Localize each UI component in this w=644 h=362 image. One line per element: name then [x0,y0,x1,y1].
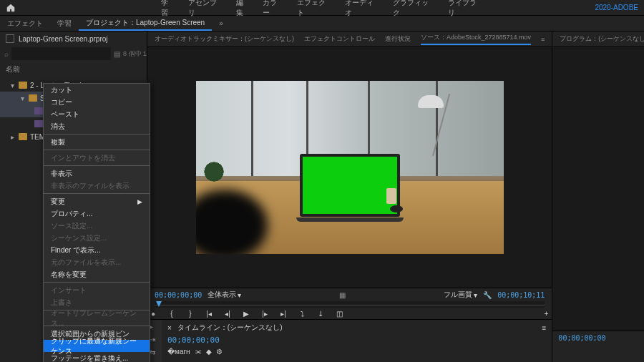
video-preview [196,81,504,254]
source-time-ruler[interactable] [155,301,545,308]
disclosure-triangle-icon[interactable]: ▾ [19,94,26,102]
app-topbar: 学習 アセンブリ 編集 カラー エフェクト オーディオ グラフィック ライブラリ… [0,0,644,16]
overwrite-button[interactable]: ⤓ [315,308,326,319]
folder-icon [19,133,27,140]
search-icon: ⌕ [4,50,9,58]
ws-color[interactable]: カラー [263,0,283,18]
tab-audio-mixer[interactable]: オーディオトラックミキサー：(シーケンスなし) [155,34,294,44]
ws-library[interactable]: ライブラリ [448,0,483,18]
tab-effect-controls[interactable]: エフェクトコントロール [304,34,375,44]
panel-tab-bar: エフェクト 学習 プロジェクト：Laptop-Green Screen » [0,16,644,31]
project-filename-row: Laptop-Green Screen.prproj [0,31,147,46]
tab-program[interactable]: プログラム：(シーケンスなし) [560,34,644,44]
mark-in-button[interactable]: { [166,308,177,319]
context-menu-item[interactable]: 複製 [44,136,150,148]
program-monitor-viewport[interactable] [552,47,644,331]
folder-icon [19,82,27,89]
ws-effects[interactable]: エフェクト [297,0,332,18]
source-monitor-viewport[interactable] [147,47,552,288]
step-back-button[interactable]: ◂| [222,308,233,319]
go-to-in-button[interactable]: |◂ [203,308,215,319]
context-menu-item: 元のファイルを表示... [44,256,150,268]
clip-icon [34,120,43,127]
settings-grid-icon[interactable]: ▦ [339,291,346,299]
context-menu-item[interactable]: 名称を変更 [44,268,150,280]
context-menu-item[interactable]: ペースト [44,108,150,120]
ws-edit[interactable]: 編集 [236,0,250,18]
source-monitor-panel: オーディオトラックミキサー：(シーケンスなし) エフェクトコントロール 進行状況… [147,31,552,362]
settings-icon[interactable]: ⚙ [216,348,223,356]
selection-tool-icon[interactable]: ▸ [150,323,160,333]
project-icon [6,34,14,43]
program-transport: 00;00;00;00 [552,331,644,362]
fit-dropdown[interactable]: 全体表示 ▾ [208,290,241,300]
context-menu-item: シーケンス設定... [44,232,150,244]
context-menu-item: インサート [44,284,150,296]
project-search-input[interactable] [11,47,111,60]
filter-icon[interactable]: ▤ [114,50,120,58]
project-filename: Laptop-Green Screen.prproj [19,35,108,43]
timeline-title: タイムライン：(シーケンスなし) [177,323,283,333]
context-menu-item[interactable]: Finder で表示... [44,244,150,256]
step-forward-button[interactable]: |▸ [259,308,270,319]
timeline-close-icon[interactable]: × [167,324,172,332]
context-menu-item: 上書き [44,296,150,308]
timeline-timecode[interactable]: 00;00;00;00 [167,336,546,345]
chevron-down-icon: ▾ [474,291,477,299]
context-menu-item[interactable]: 消去 [44,120,150,132]
context-menu-item[interactable]: 変更▶ [44,195,150,207]
play-button[interactable]: ▶ [240,308,252,319]
source-transport: 00;00;00;00 全体表示 ▾ ▦ フル画質 ▾ 🔧 00;00;10;1… [147,288,552,319]
source-panel-tabs: オーディオトラックミキサー：(シーケンスなし) エフェクトコントロール 進行状況… [147,31,552,47]
disclosure-triangle-icon[interactable]: ▸ [9,133,16,140]
context-menu-item: ソース設定... [44,220,150,232]
tab-learn[interactable]: 学習 [50,16,79,31]
export-frame-button[interactable]: ◫ [333,308,345,319]
button-editor-icon[interactable]: + [540,308,552,319]
insert-button[interactable]: ⤵ [296,308,308,319]
context-menu-item[interactable]: コピー [44,96,150,108]
mark-out-button[interactable]: } [185,308,196,319]
home-icon[interactable] [6,3,16,13]
ws-assembly[interactable]: アセンブリ [188,0,223,18]
ws-audio[interactable]: オーディオ [345,0,380,18]
cloud-sync-label[interactable]: 2020-ADOBE [595,4,638,11]
panel-menu-icon[interactable]: ≡ [542,324,547,332]
context-menu-item: インとアウトを消去 [44,152,150,164]
clip-context-menu: カットコピーペースト消去複製インとアウトを消去非表示非表示のファイルを表示変更▶… [43,83,150,362]
context-menu-item: オートリフレームシーケンス... [44,312,150,324]
context-menu-item[interactable]: カット [44,84,150,96]
tab-source[interactable]: ソース：AdobeStock_272885714.mov [421,33,531,45]
go-to-out-button[interactable]: ▸| [278,308,289,319]
tab-project[interactable]: プロジェクト：Laptop-Green Screen [79,16,212,31]
clip-icon [34,107,43,114]
source-out-timecode[interactable]: 00;00;10;11 [497,291,545,299]
marker-icon[interactable]: ◆ [206,348,212,356]
ripple-tool-icon[interactable]: ⇆ [150,348,160,358]
snap-icon[interactable]: �магн [167,348,190,356]
timeline-panel: ▸ ⇥ ⇆ × タイムライン：(シーケンスなし) ≡ 00;00;00;00 �… [147,319,552,362]
program-timecode[interactable]: 00;00;00;00 [558,334,605,342]
submenu-arrow-icon: ▶ [137,198,142,205]
context-menu-item: 非表示のファイルを表示 [44,180,150,192]
ws-learn[interactable]: 学習 [161,0,175,18]
ws-graphics[interactable]: グラフィック [393,0,435,18]
tab-progress[interactable]: 進行状況 [385,34,411,44]
program-monitor-panel: プログラム：(シーケンスなし) ≡ 00;00;00;00 [552,31,644,362]
context-menu-item[interactable]: 非表示 [44,167,150,180]
context-menu-item[interactable]: プロパティ... [44,207,150,220]
workspace-switcher: 学習 アセンブリ 編集 カラー エフェクト オーディオ グラフィック ライブラリ [161,0,483,18]
column-header-name[interactable]: 名前 [0,62,147,77]
quality-dropdown[interactable]: フル画質 ▾ [444,290,477,300]
source-in-timecode[interactable]: 00;00;00;00 [155,291,202,299]
playhead-icon[interactable] [156,301,162,307]
tab-effects[interactable]: エフェクト [0,16,50,31]
panel-menu-icon[interactable]: ≡ [541,36,545,43]
context-menu-item[interactable]: クリップに最適な新規シーケンス [44,340,150,352]
disclosure-triangle-icon[interactable]: ▾ [9,82,16,89]
track-select-tool-icon[interactable]: ⇥ [150,336,160,346]
wrench-icon[interactable]: 🔧 [483,291,492,299]
chevron-down-icon: ▾ [238,291,241,299]
tab-overflow[interactable]: » [212,16,230,31]
link-icon[interactable]: ⫘ [195,348,202,356]
